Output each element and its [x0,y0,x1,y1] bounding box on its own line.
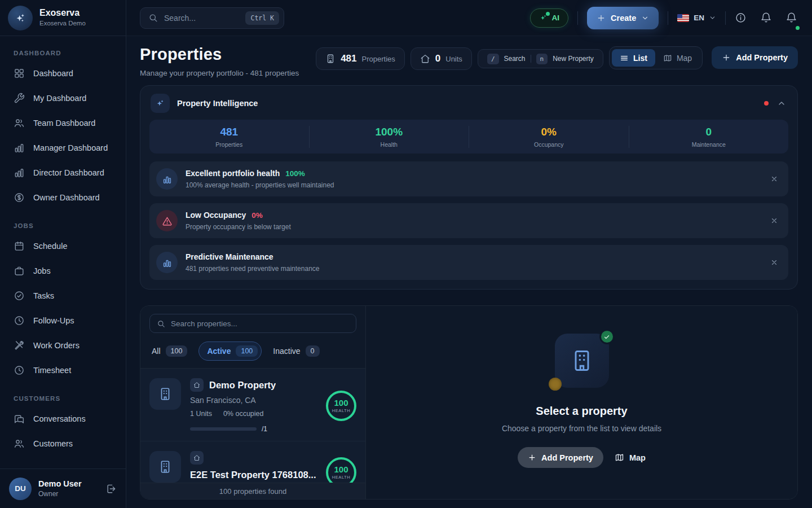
sidebar-item-conversations[interactable]: Conversations [0,406,126,431]
properties-count: 481 [341,53,356,64]
topbar: Ctrl K AI Create EN [126,0,812,36]
filter-all[interactable]: All 100 [152,345,187,357]
filter-active[interactable]: Active 100 [198,341,262,361]
logout-icon[interactable] [105,483,117,494]
map-view-tab[interactable]: Map [655,49,700,67]
sidebar-item-label: Jobs [33,266,51,275]
bell-icon[interactable] [785,12,797,24]
sidebar: Exoserva Exoserva Demo DASHBOARD Dashboa… [0,0,126,508]
property-location: San Francisco, CA [190,396,317,405]
add-property-button[interactable]: Add Property [518,447,603,468]
units-count-chip: 0 Units [411,47,472,70]
property-units: 1 Units [190,410,212,418]
properties-label: Properties [362,55,395,63]
stat-maintenance: 0 Maintenance [629,126,789,148]
brand-header[interactable]: Exoserva Exoserva Demo [0,0,126,36]
language-selector[interactable]: EN [677,14,716,22]
intelligence-stats: 481 Properties 100% Health 0% Occupancy … [149,120,788,154]
sparkles-icon [151,94,170,113]
ai-button[interactable]: AI [530,8,569,28]
stat-value: 0% [469,126,629,138]
stat-health: 100% Health [309,126,469,148]
sidebar-item-manager-dashboard[interactable]: Manager Dashboard [0,135,126,160]
user-card[interactable]: DU Demo User Owner [0,468,126,508]
status-dot [764,101,769,106]
close-icon[interactable] [770,175,778,183]
sidebar-item-dashboard[interactable]: Dashboard [0,61,126,86]
sidebar-item-timesheet[interactable]: Timesheet [0,358,126,383]
filter-label: All [152,347,161,356]
sidebar-item-schedule[interactable]: Schedule [0,234,126,259]
sidebar-nav: DASHBOARD Dashboard My Dashboard Team Da… [0,36,126,508]
list-tab-label: List [633,54,647,63]
sidebar-item-label: Director Dashboard [33,168,104,177]
map-icon [663,54,672,63]
create-button[interactable]: Create [587,7,659,29]
filter-count-badge: 100 [166,345,188,357]
alert-description: 481 properties need preventive maintenan… [186,265,320,273]
divider [725,11,726,25]
map-button[interactable]: Map [615,453,646,462]
divider [577,11,578,25]
sidebar-item-team-dashboard[interactable]: Team Dashboard [0,111,126,135]
properties-count-chip: 481 Properties [316,47,405,70]
home-icon [420,54,430,64]
panel-title: Property Intelligence [177,99,258,108]
property-occupancy: 0% occupied [223,410,264,418]
add-property-label: Add Property [541,453,593,462]
property-search[interactable] [149,314,356,333]
brand-logo [8,6,33,30]
map-label: Map [629,453,646,462]
alert-predictive-maintenance: Predictive Maintenance 481 properties ne… [149,245,788,280]
search-icon [148,13,158,23]
sidebar-item-jobs[interactable]: Jobs [0,259,126,283]
property-intelligence-panel: Property Intelligence 481 Properties 100… [140,85,798,290]
stat-value: 0 [629,126,789,138]
key-slash: / [487,54,499,64]
alert-value: 0% [251,211,263,220]
chevron-down-icon [641,14,649,22]
sidebar-item-my-dashboard[interactable]: My Dashboard [0,86,126,111]
sparkles-icon [539,14,548,22]
progress-label: /1 [262,425,267,433]
health-score: 100 [334,398,348,408]
sidebar-item-label: Schedule [33,242,67,251]
map-tab-label: Map [677,54,692,63]
property-search-input[interactable] [171,319,349,328]
sidebar-item-label: Timesheet [33,366,71,375]
page-title: Properties [140,45,299,64]
list-view-tab[interactable]: List [612,49,655,67]
property-list-panel: All 100 Active 100 Inactive 0 [140,306,366,499]
property-row[interactable]: E2E Test Property 1768108... San Francis… [140,441,365,483]
sidebar-item-follow-ups[interactable]: Follow-Ups [0,308,126,333]
info-icon[interactable] [735,12,747,24]
search-input[interactable] [164,14,239,23]
list-icon [620,54,629,63]
sidebar-item-owner-dashboard[interactable]: Owner Dashboard [0,185,126,210]
bell-icon[interactable] [760,12,772,24]
add-property-button[interactable]: Add Property [712,46,798,69]
global-search[interactable]: Ctrl K [140,7,284,29]
close-icon[interactable] [770,259,778,266]
user-name: Demo User [38,479,82,488]
health-score: 100 [334,465,348,474]
search-icon [157,319,165,328]
bar-chart-icon [156,252,178,273]
add-property-label: Add Property [736,53,788,62]
filter-inactive[interactable]: Inactive 0 [273,345,319,357]
stat-label: Health [310,141,469,148]
chat-icon [14,413,25,424]
sidebar-item-customers[interactable]: Customers [0,431,126,456]
filter-label: Inactive [273,347,300,356]
chevron-up-icon[interactable] [777,99,786,108]
close-icon[interactable] [770,217,778,225]
sidebar-item-label: Team Dashboard [33,119,95,128]
sidebar-item-tasks[interactable]: Tasks [0,283,126,308]
clock-icon [14,315,25,326]
sidebar-item-work-orders[interactable]: Work Orders [0,333,126,358]
map-icon [615,453,624,462]
property-row[interactable]: Demo Property San Francisco, CA 1 Units … [140,369,365,441]
sparkles-icon [14,12,27,24]
home-icon [190,451,204,465]
sidebar-item-director-dashboard[interactable]: Director Dashboard [0,160,126,185]
